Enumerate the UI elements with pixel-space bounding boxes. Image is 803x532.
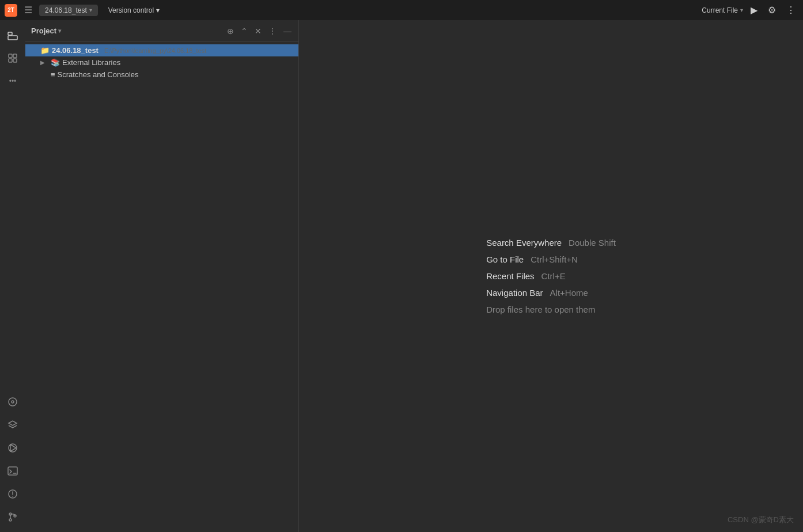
svg-point-15 xyxy=(9,519,12,521)
hamburger-menu[interactable]: ☰ xyxy=(22,3,35,17)
sidebar-item-problems[interactable] xyxy=(2,484,23,504)
svg-rect-0 xyxy=(8,32,12,35)
svg-rect-10 xyxy=(8,467,17,475)
vcs-button[interactable]: Version control ▾ xyxy=(103,5,165,16)
svg-rect-2 xyxy=(9,54,12,58)
vcs-chevron-icon: ▾ xyxy=(156,6,160,14)
project-title[interactable]: Project ▾ xyxy=(31,26,61,35)
sidebar-item-more[interactable]: ••• xyxy=(2,71,23,92)
scratches-icon: ≡ xyxy=(51,70,55,79)
hint-recent-files: Recent Files Ctrl+E xyxy=(486,271,616,281)
app-logo: 2T xyxy=(5,4,17,17)
sidebar-item-project[interactable] xyxy=(2,25,23,45)
project-minimize-button[interactable]: — xyxy=(281,25,294,37)
more-options-button[interactable]: ⋮ xyxy=(783,3,798,17)
sidebar-item-python[interactable] xyxy=(2,392,23,412)
sidebar-item-run-configs[interactable] xyxy=(2,438,23,458)
sidebar-item-terminal[interactable] xyxy=(2,461,23,481)
run-button[interactable]: ▶ xyxy=(748,3,760,17)
editor-hints: Search Everywhere Double Shift Go to Fil… xyxy=(486,238,616,314)
svg-point-6 xyxy=(9,398,17,406)
library-icon: 📚 xyxy=(51,58,60,67)
project-chevron-icon: ▾ xyxy=(89,7,92,13)
hint-search-everywhere: Search Everywhere Double Shift xyxy=(486,238,616,248)
project-panel-header: Project ▾ ⊕ ⌃ ✕ ⋮ — xyxy=(25,20,298,42)
tree-item-scratches[interactable]: ≡ Scratches and Consoles xyxy=(25,69,298,81)
watermark: CSDN @蒙奇D素大 xyxy=(728,515,794,525)
expand-arrow-icon: ▶ xyxy=(40,59,48,66)
project-options-button[interactable]: ⋮ xyxy=(266,25,279,37)
svg-point-13 xyxy=(12,496,13,497)
left-sidebar: ••• xyxy=(0,20,25,532)
project-close-button[interactable]: ✕ xyxy=(252,25,264,37)
svg-marker-8 xyxy=(10,444,16,451)
main-area: ••• xyxy=(0,20,803,532)
svg-rect-1 xyxy=(8,36,17,40)
project-selector-button[interactable]: 24.06.18_test ▾ xyxy=(39,5,98,16)
settings-button[interactable]: ⚙ xyxy=(765,3,779,17)
tree-item-root[interactable]: 📁 24.06.18_test E:\Python\learning_py\24… xyxy=(25,44,298,56)
tree-item-external-libraries[interactable]: ▶ 📚 External Libraries xyxy=(25,56,298,69)
folder-icon: 📁 xyxy=(40,46,50,55)
current-file-selector[interactable]: Current File ▾ xyxy=(702,6,743,14)
project-title-chevron-icon: ▾ xyxy=(58,28,61,34)
sidebar-item-git[interactable] xyxy=(2,507,23,527)
titlebar: 2T ☰ 24.06.18_test ▾ Version control ▾ C… xyxy=(0,0,803,20)
hint-goto-file: Go to File Ctrl+Shift+N xyxy=(486,254,616,264)
hint-navigation-bar: Navigation Bar Alt+Home xyxy=(486,288,616,298)
project-tree: 📁 24.06.18_test E:\Python\learning_py\24… xyxy=(25,42,298,532)
hint-drop-files: Drop files here to open them xyxy=(486,305,616,314)
svg-rect-5 xyxy=(13,59,17,62)
svg-rect-4 xyxy=(9,59,12,62)
sidebar-item-plugins[interactable] xyxy=(2,48,23,69)
svg-point-7 xyxy=(12,401,14,403)
current-file-chevron-icon: ▾ xyxy=(740,7,743,13)
project-collapse-button[interactable]: ⌃ xyxy=(238,25,250,37)
project-locate-button[interactable]: ⊕ xyxy=(225,25,236,37)
editor-area: Search Everywhere Double Shift Go to Fil… xyxy=(299,20,803,532)
project-panel: Project ▾ ⊕ ⌃ ✕ ⋮ — 📁 24.06.18_test E:\P… xyxy=(25,20,299,532)
sidebar-item-layers[interactable] xyxy=(2,415,23,435)
svg-rect-3 xyxy=(13,54,17,58)
